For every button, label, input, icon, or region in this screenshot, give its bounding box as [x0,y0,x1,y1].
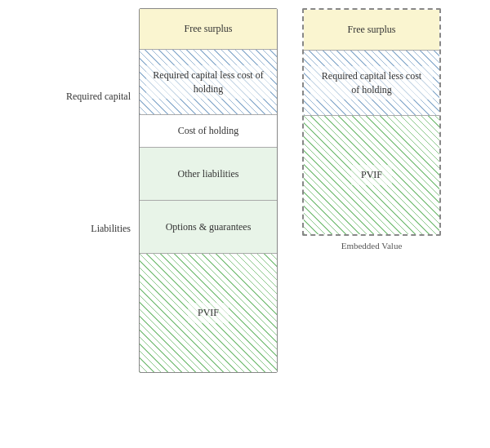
right-column-wrapper: Free surplus Required capital less cost … [302,8,441,251]
label-required-capital: Required capital [66,90,131,104]
left-column: Free surplus Required capital less cost … [139,8,278,373]
seg-pvif-left: PVIF [140,254,277,372]
seg-pvif-right: PVIF [304,116,439,234]
seg-free-surplus-right: Free surplus [304,10,439,51]
seg-options-guarantees: Options & guarantees [140,201,277,254]
side-labels: Required capital Liabilities [49,8,139,236]
right-column: Free surplus Required capital less cost … [302,8,441,236]
seg-required-capital-left: Required capital less cost of holding [140,50,277,115]
columns-area: Free surplus Required capital less cost … [139,8,441,373]
seg-free-surplus: Free surplus [140,9,277,50]
seg-required-capital-right: Required capital less cost of holding [304,51,439,116]
label-liabilities: Liabilities [91,222,131,236]
diagram-container: Required capital Liabilities Free surplu… [0,8,490,448]
embedded-value-label: Embedded Value [341,241,403,251]
seg-other-liabilities: Other liabilities [140,148,277,201]
seg-cost-holding: Cost of holding [140,115,277,148]
